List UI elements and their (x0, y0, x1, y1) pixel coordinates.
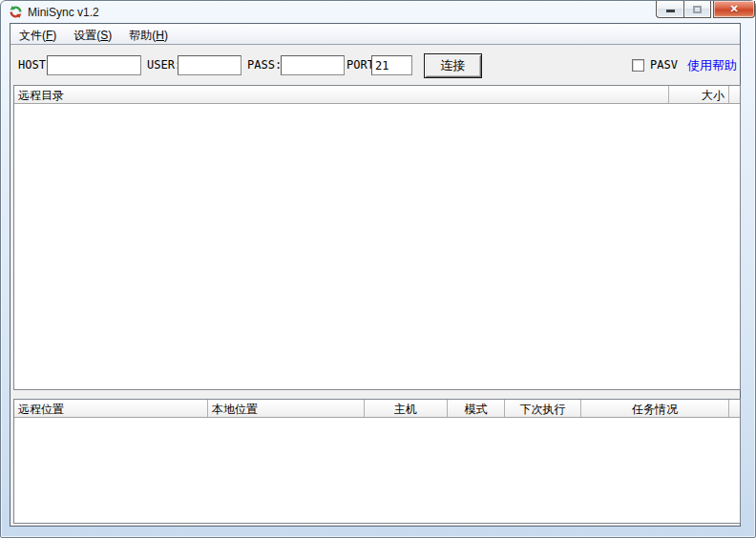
menu-item-help[interactable]: 帮助(H) (120, 24, 177, 44)
task-list: 远程位置 本地位置 主机 模式 下次执行 任务情况 (13, 399, 741, 524)
minimize-button[interactable] (656, 1, 683, 18)
remote-list-header: 远程目录 大小 (14, 86, 740, 104)
pasv-checkbox[interactable] (632, 59, 644, 72)
close-button[interactable]: ✕ (713, 1, 755, 18)
close-icon: ✕ (729, 4, 738, 14)
user-label: USER: (147, 55, 181, 75)
host-input[interactable] (47, 55, 141, 75)
column-header-local-location[interactable]: 本地位置 (208, 400, 365, 417)
pasv-label: PASV (650, 55, 678, 75)
client-area: 文件(F) 设置(S) 帮助(H) HOST: USER: PASS: PORT… (10, 23, 741, 527)
port-input[interactable] (371, 55, 412, 75)
column-header-size[interactable]: 大小 (669, 86, 729, 103)
maximize-icon (693, 6, 702, 13)
pass-label: PASS: (247, 55, 282, 75)
menu-bar: 文件(F) 设置(S) 帮助(H) (10, 24, 740, 45)
remote-list-body[interactable] (14, 104, 740, 389)
window-frame: MiniSync v1.2 ✕ 文件(F) 设置(S) 帮助(H) HOST: … (0, 0, 756, 538)
window-title: MiniSync v1.2 (28, 6, 99, 19)
menu-item-settings[interactable]: 设置(S) (65, 24, 120, 44)
pass-input[interactable] (281, 55, 345, 75)
column-header-host[interactable]: 主机 (365, 400, 448, 417)
remote-directory-list: 远程目录 大小 (13, 85, 741, 390)
connect-button[interactable]: 连接 (424, 53, 482, 78)
minimize-icon (666, 10, 675, 12)
task-list-header: 远程位置 本地位置 主机 模式 下次执行 任务情况 (14, 400, 740, 418)
title-bar[interactable]: MiniSync v1.2 ✕ (1, 1, 755, 23)
column-header-remote-location[interactable]: 远程位置 (14, 400, 208, 417)
app-sync-icon (9, 5, 23, 19)
column-header-mode[interactable]: 模式 (448, 400, 505, 417)
user-input[interactable] (178, 55, 242, 75)
column-header-next-run[interactable]: 下次执行 (505, 400, 581, 417)
help-link[interactable]: 使用帮助 (687, 55, 737, 75)
column-header-remote-dir[interactable]: 远程目录 (14, 86, 669, 103)
column-header-stub (729, 86, 740, 103)
task-list-body[interactable] (14, 418, 740, 523)
column-header-stub (729, 400, 740, 417)
caption-button-group: ✕ (656, 1, 755, 18)
column-header-task-status[interactable]: 任务情况 (581, 400, 729, 417)
menu-item-file[interactable]: 文件(F) (10, 24, 65, 44)
maximize-button[interactable] (683, 1, 711, 18)
